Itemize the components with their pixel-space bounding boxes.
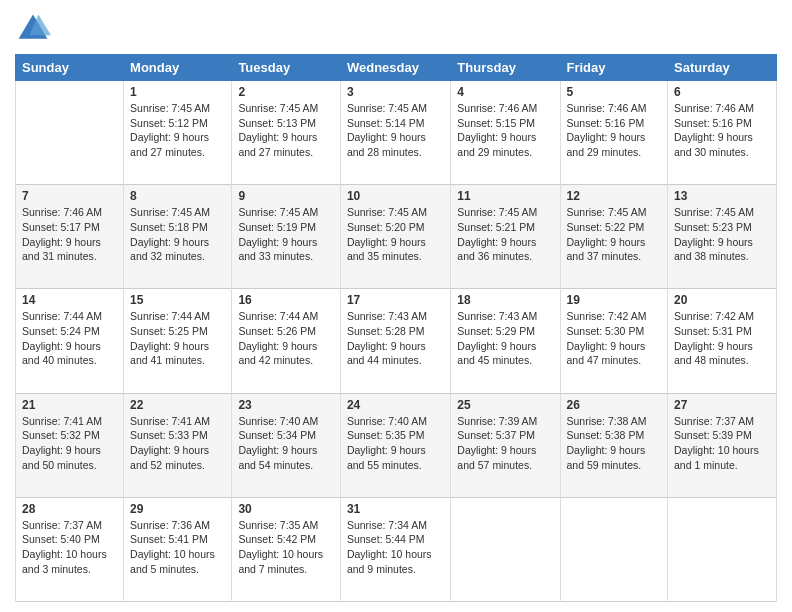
header-day-sunday: Sunday [16, 55, 124, 81]
day-number: 12 [567, 189, 662, 203]
day-info: Sunrise: 7:44 AM Sunset: 5:24 PM Dayligh… [22, 309, 117, 368]
day-info: Sunrise: 7:46 AM Sunset: 5:16 PM Dayligh… [567, 101, 662, 160]
day-info: Sunrise: 7:41 AM Sunset: 5:33 PM Dayligh… [130, 414, 225, 473]
calendar-cell: 23Sunrise: 7:40 AM Sunset: 5:34 PM Dayli… [232, 393, 341, 497]
day-info: Sunrise: 7:45 AM Sunset: 5:21 PM Dayligh… [457, 205, 553, 264]
calendar-body: 1Sunrise: 7:45 AM Sunset: 5:12 PM Daylig… [16, 81, 777, 602]
calendar-cell: 13Sunrise: 7:45 AM Sunset: 5:23 PM Dayli… [668, 185, 777, 289]
day-info: Sunrise: 7:44 AM Sunset: 5:26 PM Dayligh… [238, 309, 334, 368]
header-day-saturday: Saturday [668, 55, 777, 81]
day-number: 30 [238, 502, 334, 516]
day-number: 25 [457, 398, 553, 412]
calendar-cell: 12Sunrise: 7:45 AM Sunset: 5:22 PM Dayli… [560, 185, 668, 289]
calendar-cell: 16Sunrise: 7:44 AM Sunset: 5:26 PM Dayli… [232, 289, 341, 393]
day-info: Sunrise: 7:39 AM Sunset: 5:37 PM Dayligh… [457, 414, 553, 473]
day-info: Sunrise: 7:37 AM Sunset: 5:39 PM Dayligh… [674, 414, 770, 473]
calendar-cell [451, 497, 560, 601]
day-number: 3 [347, 85, 444, 99]
page: SundayMondayTuesdayWednesdayThursdayFrid… [0, 0, 792, 612]
day-number: 7 [22, 189, 117, 203]
day-info: Sunrise: 7:45 AM Sunset: 5:13 PM Dayligh… [238, 101, 334, 160]
calendar-cell: 15Sunrise: 7:44 AM Sunset: 5:25 PM Dayli… [124, 289, 232, 393]
day-info: Sunrise: 7:44 AM Sunset: 5:25 PM Dayligh… [130, 309, 225, 368]
calendar-cell: 26Sunrise: 7:38 AM Sunset: 5:38 PM Dayli… [560, 393, 668, 497]
calendar-cell: 18Sunrise: 7:43 AM Sunset: 5:29 PM Dayli… [451, 289, 560, 393]
calendar-cell: 5Sunrise: 7:46 AM Sunset: 5:16 PM Daylig… [560, 81, 668, 185]
calendar-table: SundayMondayTuesdayWednesdayThursdayFrid… [15, 54, 777, 602]
calendar-cell: 1Sunrise: 7:45 AM Sunset: 5:12 PM Daylig… [124, 81, 232, 185]
day-number: 8 [130, 189, 225, 203]
calendar-cell: 28Sunrise: 7:37 AM Sunset: 5:40 PM Dayli… [16, 497, 124, 601]
logo-icon [15, 10, 51, 46]
day-number: 21 [22, 398, 117, 412]
day-info: Sunrise: 7:36 AM Sunset: 5:41 PM Dayligh… [130, 518, 225, 577]
day-number: 28 [22, 502, 117, 516]
day-info: Sunrise: 7:45 AM Sunset: 5:19 PM Dayligh… [238, 205, 334, 264]
day-info: Sunrise: 7:46 AM Sunset: 5:17 PM Dayligh… [22, 205, 117, 264]
day-number: 9 [238, 189, 334, 203]
day-info: Sunrise: 7:40 AM Sunset: 5:34 PM Dayligh… [238, 414, 334, 473]
calendar-week-4: 21Sunrise: 7:41 AM Sunset: 5:32 PM Dayli… [16, 393, 777, 497]
day-info: Sunrise: 7:37 AM Sunset: 5:40 PM Dayligh… [22, 518, 117, 577]
calendar-cell: 21Sunrise: 7:41 AM Sunset: 5:32 PM Dayli… [16, 393, 124, 497]
calendar-cell: 27Sunrise: 7:37 AM Sunset: 5:39 PM Dayli… [668, 393, 777, 497]
calendar-cell: 24Sunrise: 7:40 AM Sunset: 5:35 PM Dayli… [340, 393, 450, 497]
header-row: SundayMondayTuesdayWednesdayThursdayFrid… [16, 55, 777, 81]
day-number: 24 [347, 398, 444, 412]
calendar-cell: 25Sunrise: 7:39 AM Sunset: 5:37 PM Dayli… [451, 393, 560, 497]
calendar-cell [668, 497, 777, 601]
header-day-friday: Friday [560, 55, 668, 81]
header-day-tuesday: Tuesday [232, 55, 341, 81]
day-info: Sunrise: 7:46 AM Sunset: 5:15 PM Dayligh… [457, 101, 553, 160]
calendar-cell: 8Sunrise: 7:45 AM Sunset: 5:18 PM Daylig… [124, 185, 232, 289]
day-number: 2 [238, 85, 334, 99]
calendar-cell: 22Sunrise: 7:41 AM Sunset: 5:33 PM Dayli… [124, 393, 232, 497]
day-info: Sunrise: 7:43 AM Sunset: 5:29 PM Dayligh… [457, 309, 553, 368]
day-number: 31 [347, 502, 444, 516]
day-number: 16 [238, 293, 334, 307]
calendar-cell: 14Sunrise: 7:44 AM Sunset: 5:24 PM Dayli… [16, 289, 124, 393]
day-number: 4 [457, 85, 553, 99]
day-number: 29 [130, 502, 225, 516]
day-info: Sunrise: 7:46 AM Sunset: 5:16 PM Dayligh… [674, 101, 770, 160]
day-info: Sunrise: 7:38 AM Sunset: 5:38 PM Dayligh… [567, 414, 662, 473]
calendar-week-2: 7Sunrise: 7:46 AM Sunset: 5:17 PM Daylig… [16, 185, 777, 289]
calendar-week-3: 14Sunrise: 7:44 AM Sunset: 5:24 PM Dayli… [16, 289, 777, 393]
day-number: 22 [130, 398, 225, 412]
day-number: 5 [567, 85, 662, 99]
calendar-cell: 6Sunrise: 7:46 AM Sunset: 5:16 PM Daylig… [668, 81, 777, 185]
calendar-cell: 20Sunrise: 7:42 AM Sunset: 5:31 PM Dayli… [668, 289, 777, 393]
day-info: Sunrise: 7:43 AM Sunset: 5:28 PM Dayligh… [347, 309, 444, 368]
day-number: 6 [674, 85, 770, 99]
day-number: 20 [674, 293, 770, 307]
calendar-cell: 31Sunrise: 7:34 AM Sunset: 5:44 PM Dayli… [340, 497, 450, 601]
logo [15, 10, 55, 46]
day-number: 17 [347, 293, 444, 307]
day-number: 13 [674, 189, 770, 203]
day-number: 14 [22, 293, 117, 307]
day-number: 19 [567, 293, 662, 307]
day-number: 10 [347, 189, 444, 203]
day-info: Sunrise: 7:45 AM Sunset: 5:22 PM Dayligh… [567, 205, 662, 264]
day-number: 26 [567, 398, 662, 412]
calendar-week-5: 28Sunrise: 7:37 AM Sunset: 5:40 PM Dayli… [16, 497, 777, 601]
calendar-cell: 10Sunrise: 7:45 AM Sunset: 5:20 PM Dayli… [340, 185, 450, 289]
day-info: Sunrise: 7:42 AM Sunset: 5:31 PM Dayligh… [674, 309, 770, 368]
calendar-header: SundayMondayTuesdayWednesdayThursdayFrid… [16, 55, 777, 81]
day-number: 23 [238, 398, 334, 412]
day-info: Sunrise: 7:41 AM Sunset: 5:32 PM Dayligh… [22, 414, 117, 473]
day-info: Sunrise: 7:45 AM Sunset: 5:20 PM Dayligh… [347, 205, 444, 264]
day-info: Sunrise: 7:45 AM Sunset: 5:14 PM Dayligh… [347, 101, 444, 160]
calendar-cell: 17Sunrise: 7:43 AM Sunset: 5:28 PM Dayli… [340, 289, 450, 393]
calendar-cell: 2Sunrise: 7:45 AM Sunset: 5:13 PM Daylig… [232, 81, 341, 185]
header-day-thursday: Thursday [451, 55, 560, 81]
day-info: Sunrise: 7:40 AM Sunset: 5:35 PM Dayligh… [347, 414, 444, 473]
header [15, 10, 777, 46]
day-info: Sunrise: 7:45 AM Sunset: 5:18 PM Dayligh… [130, 205, 225, 264]
header-day-wednesday: Wednesday [340, 55, 450, 81]
day-info: Sunrise: 7:45 AM Sunset: 5:23 PM Dayligh… [674, 205, 770, 264]
day-info: Sunrise: 7:34 AM Sunset: 5:44 PM Dayligh… [347, 518, 444, 577]
day-info: Sunrise: 7:42 AM Sunset: 5:30 PM Dayligh… [567, 309, 662, 368]
calendar-cell: 11Sunrise: 7:45 AM Sunset: 5:21 PM Dayli… [451, 185, 560, 289]
calendar-cell [16, 81, 124, 185]
